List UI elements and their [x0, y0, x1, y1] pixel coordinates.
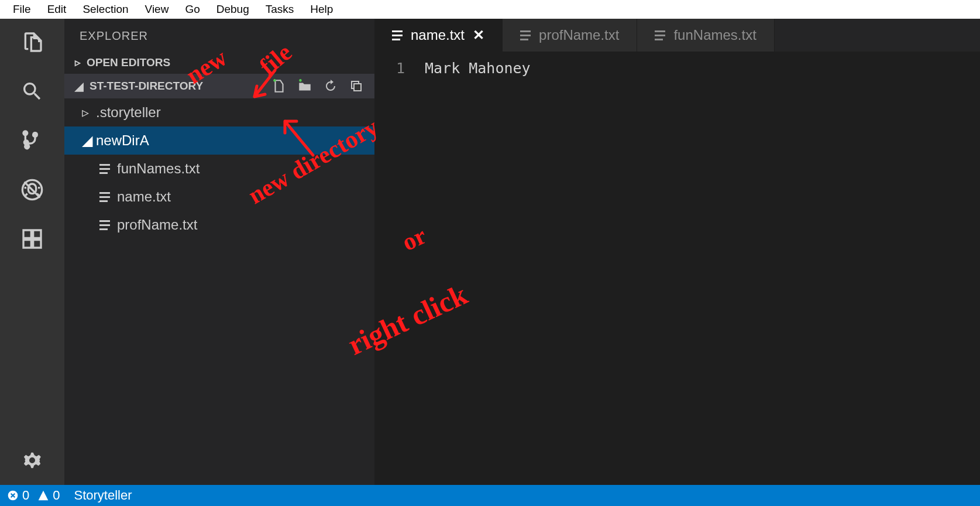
folder-storyteller[interactable]: ▹ .storyteller	[64, 98, 374, 126]
chevron-right-icon: ▹	[75, 56, 81, 69]
file-profname[interactable]: profName.txt	[64, 211, 374, 239]
file-funnames[interactable]: funNames.txt	[64, 155, 374, 183]
open-editors-label: OPEN EDITORS	[87, 56, 170, 69]
tab-label: profName.txt	[539, 27, 619, 43]
tab-label: name.txt	[411, 27, 465, 43]
line-gutter: 1	[374, 60, 425, 485]
file-label: name.txt	[117, 189, 171, 205]
explorer-sidebar: EXPLORER ▹ OPEN EDITORS ◢ ST-TEST-DIRECT…	[64, 19, 374, 485]
line-number: 1	[374, 60, 405, 77]
menu-debug[interactable]: Debug	[208, 1, 257, 18]
chevron-down-icon: ◢	[82, 132, 89, 149]
menu-edit[interactable]: Edit	[39, 1, 75, 18]
activity-bar	[0, 19, 64, 485]
svg-rect-2	[354, 84, 361, 91]
tab-name-txt[interactable]: name.txt ✕	[374, 19, 503, 52]
file-tree: ▹ .storyteller ◢ newDirA funNames.txt na…	[64, 98, 374, 239]
settings-gear-icon[interactable]	[19, 447, 45, 473]
workspace-section[interactable]: ◢ ST-TEST-DIRECTORY	[64, 74, 374, 98]
status-bar: 0 0 Storyteller	[0, 485, 980, 506]
editor-tabs: name.txt ✕ profName.txt funNames.txt	[374, 19, 980, 52]
menu-selection[interactable]: Selection	[74, 1, 136, 18]
chevron-right-icon: ▹	[82, 104, 89, 121]
chevron-down-icon: ◢	[75, 80, 84, 93]
status-errors[interactable]: 0	[7, 488, 29, 503]
status-extension[interactable]: Storyteller	[74, 488, 132, 503]
status-extension-label: Storyteller	[74, 488, 132, 503]
file-icon	[392, 30, 403, 40]
menu-tasks[interactable]: Tasks	[257, 1, 302, 18]
file-name[interactable]: name.txt	[64, 183, 374, 211]
menu-view[interactable]: View	[137, 1, 177, 18]
tab-label: funNames.txt	[673, 27, 756, 43]
menubar: File Edit Selection View Go Debug Tasks …	[0, 0, 980, 19]
file-icon	[655, 30, 665, 40]
explorer-icon[interactable]	[19, 29, 45, 55]
sidebar-title: EXPLORER	[64, 19, 374, 51]
collapse-all-button[interactable]	[349, 78, 364, 94]
editor-area: name.txt ✕ profName.txt funNames.txt 1 M…	[374, 19, 980, 485]
new-folder-button[interactable]	[297, 78, 312, 94]
editor-body[interactable]: 1 Mark Mahoney	[374, 52, 980, 485]
new-file-button[interactable]	[271, 78, 287, 94]
editor-line-1[interactable]: Mark Mahoney	[425, 60, 531, 77]
refresh-button[interactable]	[323, 78, 338, 94]
folder-label: newDirA	[96, 132, 149, 149]
debug-icon[interactable]	[19, 177, 45, 203]
warning-count: 0	[53, 488, 60, 503]
menu-help[interactable]: Help	[302, 1, 341, 18]
tab-funnames-txt[interactable]: funNames.txt	[637, 19, 774, 52]
open-editors-section[interactable]: ▹ OPEN EDITORS	[64, 51, 374, 74]
search-icon[interactable]	[19, 78, 45, 104]
status-warnings[interactable]: 0	[37, 488, 60, 503]
error-count: 0	[22, 488, 29, 503]
file-icon	[99, 164, 110, 174]
menu-go[interactable]: Go	[177, 1, 208, 18]
file-icon	[520, 30, 531, 40]
file-icon	[99, 192, 110, 202]
source-control-icon[interactable]	[19, 128, 45, 153]
tab-profname-txt[interactable]: profName.txt	[503, 19, 637, 52]
workspace-label: ST-TEST-DIRECTORY	[90, 80, 203, 93]
folder-label: .storyteller	[96, 104, 161, 121]
menu-file[interactable]: File	[5, 1, 39, 18]
folder-newdira[interactable]: ◢ newDirA	[64, 126, 374, 155]
close-icon[interactable]: ✕	[473, 27, 484, 43]
file-label: funNames.txt	[117, 160, 200, 177]
file-label: profName.txt	[117, 217, 197, 233]
file-icon	[99, 220, 110, 230]
extensions-icon[interactable]	[19, 226, 45, 252]
